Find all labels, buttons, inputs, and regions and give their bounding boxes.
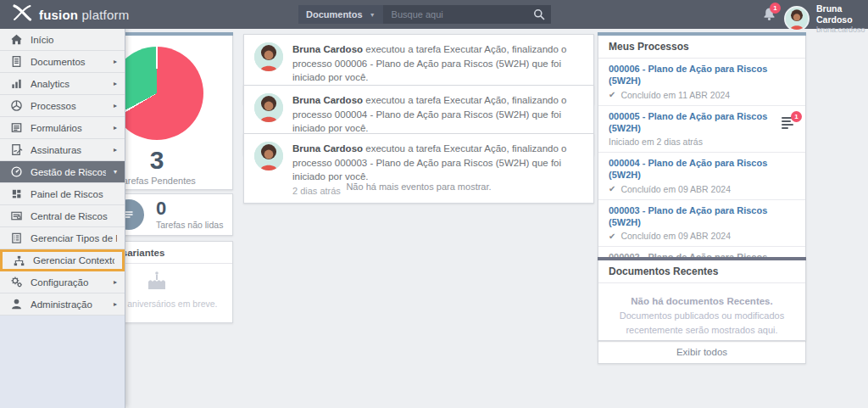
sidebar-item-label: Início [31, 35, 117, 45]
sidebar: Início Documentos ▸ Analytics ▸ Processo… [0, 29, 125, 408]
cake-icon [144, 280, 170, 294]
form-icon [9, 121, 23, 134]
sidebar-item-label: Gerenciar Tipos de Risco [31, 233, 117, 243]
process-item[interactable]: 000004 - Plano de Ação para Riscos (5W2H… [598, 153, 805, 200]
sitemap-icon [12, 254, 25, 267]
pending-task-icon[interactable]: 1 [782, 117, 795, 129]
sidebar-item-label: Assinaturas [31, 145, 106, 155]
submenu-arrow-icon: ▸ [114, 124, 117, 131]
avatar [784, 6, 810, 31]
sidebar-item-assinaturas[interactable]: Assinaturas ▸ [0, 139, 125, 161]
sidebar-item-label: Formulários [31, 123, 106, 133]
gears-icon [9, 276, 23, 288]
process-link[interactable]: 000003 - Plano de Ação para Riscos (5W2H… [609, 204, 795, 229]
brand-light: platform [82, 8, 130, 22]
sidebar-item-analytics[interactable]: Analytics ▸ [0, 73, 125, 95]
sidebar-item-label: Administração [31, 299, 106, 310]
process-item[interactable]: 000006 - Plano de Ação para Riscos (5W2H… [598, 59, 805, 106]
top-bar: fusion platform Documentos ▼ [0, 0, 868, 29]
check-icon: ✔ [609, 90, 615, 99]
sidebar-item-gerenciar-tipos-de-risco[interactable]: Gerenciar Tipos de Risco [0, 227, 125, 249]
fusion-platform-app: fusion platform Documentos ▼ [0, 0, 868, 408]
process-status: Iniciado em 2 dias atrás [609, 137, 703, 147]
notifications-button[interactable]: 1 [762, 7, 776, 25]
recent-documents-title: Documentos Recentes [598, 260, 805, 283]
search-scope-dropdown[interactable]: Documentos ▼ [298, 5, 383, 24]
submenu-arrow-icon: ▸ [114, 102, 117, 109]
process-item[interactable]: 000003 - Plano de Ação para Riscos (5W2H… [598, 200, 805, 248]
gauge-icon [9, 165, 23, 178]
recent-documents-empty-title: Não há documentos Recentes. [607, 294, 797, 309]
submenu-arrow-icon: ▸ [114, 58, 117, 65]
submenu-arrow-icon: ▸ [114, 300, 117, 308]
check-icon: ✔ [609, 184, 615, 193]
avatar [254, 42, 283, 71]
submenu-arrow-icon: ▸ [114, 146, 117, 154]
dashboard-grid-icon [9, 187, 23, 200]
risk-card-icon [9, 210, 23, 222]
sidebar-item-label: Central de Riscos [31, 211, 117, 221]
avatar [254, 93, 283, 122]
home-icon [9, 33, 23, 46]
process-item[interactable]: 000005 - Plano de Ação para Riscos (5W2H… [598, 106, 805, 154]
aperture-icon [9, 99, 23, 112]
submenu-arrow-icon: ▸ [114, 80, 117, 87]
process-status: Concluído em 11 ABR 2024 [620, 90, 730, 100]
search-button[interactable] [533, 8, 545, 23]
process-status: Concluído em 09 ABR 2024 [620, 184, 731, 194]
submenu-arrow-icon: ▸ [114, 278, 117, 286]
notification-badge: 1 [770, 3, 781, 14]
sidebar-item-documentos[interactable]: Documentos ▸ [0, 51, 125, 73]
my-processes-title: Meus Processos [598, 36, 805, 59]
brand-text: fusion platform [39, 8, 129, 22]
show-all-button[interactable]: Exibir todos [598, 342, 805, 363]
search-icon [533, 10, 545, 23]
recent-documents-panel: Documentos Recentes Não há documentos Re… [598, 257, 806, 341]
sidebar-item-formularios[interactable]: Formulários ▸ [0, 117, 125, 139]
sidebar-item-label: Painel de Riscos [31, 189, 117, 199]
document-icon [9, 55, 23, 68]
user-icon [9, 298, 23, 310]
chevron-down-icon: ▾ [114, 168, 117, 176]
fusion-x-icon [12, 4, 32, 25]
sidebar-item-administracao[interactable]: Administração ▸ [0, 293, 125, 316]
sidebar-item-label: Analytics [31, 79, 106, 89]
unread-tasks-count: 0 [156, 199, 223, 218]
user-name: Bruna Cardoso [816, 3, 868, 25]
avatar [254, 142, 283, 170]
recent-documents-empty-body: Documentos publicados ou modificados rec… [607, 309, 797, 337]
sidebar-item-label: Gestão de Riscos [31, 167, 106, 177]
event-actor: Bruna Cardoso [292, 95, 363, 105]
sidebar-item-inicio[interactable]: Início [0, 29, 125, 51]
sidebar-item-label: Gerenciar Contextos [33, 255, 114, 265]
user-login: bruna.cardoso [816, 25, 868, 34]
process-link[interactable]: 000006 - Plano de Ação para Riscos (5W2H… [609, 63, 795, 87]
event-actor: Bruna Cardoso [292, 143, 363, 154]
sidebar-item-gerenciar-contextos[interactable]: Gerenciar Contextos [0, 249, 125, 271]
feed-end-message: Não há mais eventos para mostrar. [243, 182, 594, 192]
signature-icon [9, 143, 23, 156]
process-link[interactable]: 000004 - Plano de Ação para Riscos (5W2H… [609, 157, 795, 182]
user-menu[interactable]: Bruna Cardoso bruna.cardoso [784, 3, 868, 34]
brand-logo[interactable]: fusion platform [12, 0, 129, 29]
sidebar-item-label: Documentos [31, 57, 106, 67]
global-search: Documentos ▼ [298, 5, 551, 24]
sidebar-item-label: Processos [31, 101, 106, 111]
search-input[interactable] [383, 5, 551, 24]
task-count-badge: 1 [791, 111, 802, 122]
sidebar-item-processos[interactable]: Processos ▸ [0, 95, 125, 117]
feed-event-card[interactable]: Bruna Cardoso executou a tarefa Executar… [243, 133, 594, 204]
search-scope-label: Documentos [306, 9, 363, 20]
bar-chart-icon [9, 77, 23, 90]
sidebar-item-configuracao[interactable]: Configuração ▸ [0, 271, 125, 293]
process-status: Concluído em 09 ABR 2024 [620, 231, 731, 241]
list-clipboard-icon [9, 232, 23, 244]
sidebar-item-label: Configuração [31, 277, 106, 288]
sidebar-item-central-de-riscos[interactable]: Central de Riscos [0, 205, 125, 227]
event-actor: Bruna Cardoso [292, 44, 363, 54]
sidebar-item-painel-de-riscos[interactable]: Painel de Riscos [0, 183, 125, 205]
chevron-down-icon: ▼ [370, 12, 376, 18]
sidebar-item-gestao-de-riscos[interactable]: Gestão de Riscos ▾ [0, 161, 125, 183]
brand-bold: fusion [39, 8, 78, 22]
process-link[interactable]: 000005 - Plano de Ação para Riscos (5W2H… [609, 110, 795, 135]
